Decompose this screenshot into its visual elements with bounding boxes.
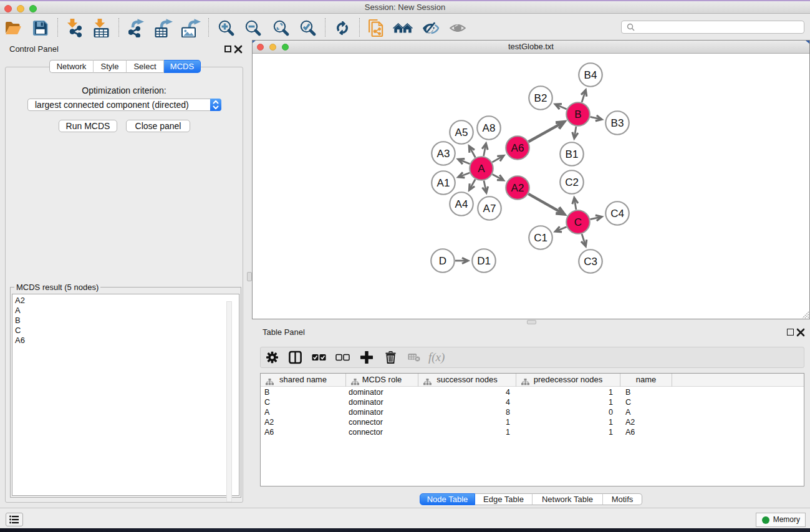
svg-text:D: D [439,255,446,267]
svg-text:C: C [574,216,582,228]
svg-text:A4: A4 [455,198,468,210]
svg-text:A6: A6 [511,142,524,154]
svg-text:B1: B1 [566,148,579,160]
svg-text:B3: B3 [611,117,624,129]
svg-text:B2: B2 [534,92,547,104]
svg-text:D1: D1 [477,255,491,267]
svg-text:A2: A2 [511,182,524,194]
svg-text:C1: C1 [534,232,547,244]
svg-text:C3: C3 [584,256,597,268]
svg-text:C4: C4 [610,208,624,220]
svg-text:C2: C2 [565,177,579,188]
svg-text:A3: A3 [437,148,450,160]
svg-text:A: A [478,163,485,175]
svg-text:B: B [574,109,581,120]
svg-text:A1: A1 [437,177,450,189]
svg-text:A7: A7 [483,203,496,215]
svg-text:A5: A5 [455,127,468,138]
svg-text:B4: B4 [584,69,597,81]
svg-text:A8: A8 [483,122,496,134]
